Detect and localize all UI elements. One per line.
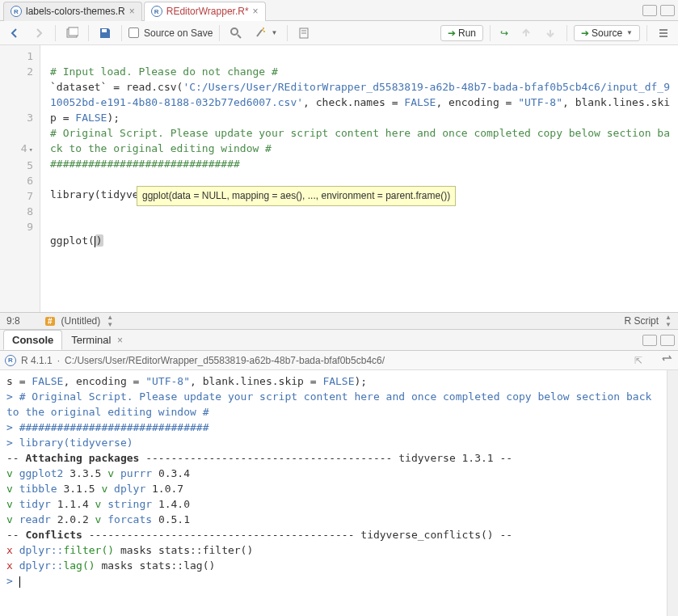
file-tab-label: labels-colors-themes.R [26,6,125,17]
source-on-save-label: Source on Save [144,27,213,39]
svg-rect-2 [102,29,107,32]
console-output[interactable]: s = FALSE, encoding = "UTF-8", blank.lin… [0,370,667,616]
down-section-button[interactable] [541,25,560,41]
close-icon[interactable]: × [253,6,259,17]
code-editor[interactable]: 1 2 3 4▾ 5 6 7 8 9 # Input load. Please … [0,45,678,312]
close-icon[interactable]: × [117,335,123,346]
rerun-button[interactable]: ↪ [497,26,512,40]
editor-tabs-bar: R labels-colors-themes.R × R REditorWrap… [0,0,678,21]
svg-point-5 [262,29,263,31]
source-arrow-icon: ➔ [581,27,589,39]
find-button[interactable] [226,25,246,41]
r-logo-icon: R [5,355,16,366]
section-title[interactable]: (Untitled) [61,315,101,327]
console-scrollbar[interactable] [667,370,678,616]
close-icon[interactable]: × [129,6,135,17]
file-tab-label: REditorWrapper.R* [166,6,249,17]
save-button[interactable] [95,25,115,41]
svg-rect-1 [69,27,78,36]
tab-terminal[interactable]: Terminal × [62,330,132,350]
language-nav-icon[interactable]: ▲▼ [665,314,672,328]
section-badge: # [45,317,55,326]
r-file-icon: R [11,6,22,17]
code-tools-button[interactable]: ▼ [251,25,280,41]
editor-status-bar: 9:8 # (Untitled) ▲▼ R Script ▲▼ [0,312,678,330]
run-arrow-icon: ➔ [448,27,456,39]
back-button[interactable] [5,25,24,41]
popout-icon[interactable]: ⇱ [634,355,642,366]
svg-point-6 [263,31,265,32]
minimize-pane-icon[interactable] [642,5,657,16]
source-button[interactable]: ➔ Source ▼ [574,25,640,41]
compile-report-button[interactable] [294,25,314,41]
cursor-position: 9:8 [6,315,39,327]
svg-point-7 [263,27,264,29]
show-in-new-window-button[interactable] [62,25,82,41]
svg-line-4 [238,35,241,38]
maximize-pane-icon[interactable] [660,5,675,16]
line-gutter: 1 2 3 4▾ 5 6 7 8 9 [0,45,40,312]
file-tab-reditorwrapper[interactable]: R REditorWrapper.R* × [144,2,266,21]
run-label: Run [458,27,476,39]
r-file-icon: R [151,6,162,17]
code-area[interactable]: # Input load. Please do not change # `da… [40,45,678,312]
r-version: R 4.1.1 [21,355,53,366]
up-section-button[interactable] [516,25,536,41]
tab-console[interactable]: Console [3,330,62,350]
outline-button[interactable] [654,25,673,41]
svg-point-3 [231,28,238,35]
clear-console-icon[interactable] [660,352,673,368]
language-mode[interactable]: R Script [624,315,659,327]
maximize-pane-icon[interactable] [660,335,675,346]
signature-tooltip: ggplot(data = NULL, mapping = aes(), ...… [137,186,456,206]
source-label: Source [592,27,622,39]
section-nav-icon[interactable]: ▲▼ [107,314,113,328]
console-tabs-bar: Console Terminal × [0,330,678,351]
minimize-pane-icon[interactable] [642,335,657,346]
console-header: R R 4.1.1 · C:/Users/User/REditorWrapper… [0,351,678,370]
source-on-save-checkbox[interactable] [128,27,139,38]
run-button[interactable]: ➔ Run [440,25,483,41]
working-directory[interactable]: C:/Users/User/REditorWrapper_d5583819-a6… [65,355,630,366]
forward-button[interactable] [29,25,48,41]
file-tab-labels-colors[interactable]: R labels-colors-themes.R × [3,2,142,21]
editor-toolbar: Source on Save ▼ ➔ Run ↪ ➔ Source ▼ [0,21,678,45]
